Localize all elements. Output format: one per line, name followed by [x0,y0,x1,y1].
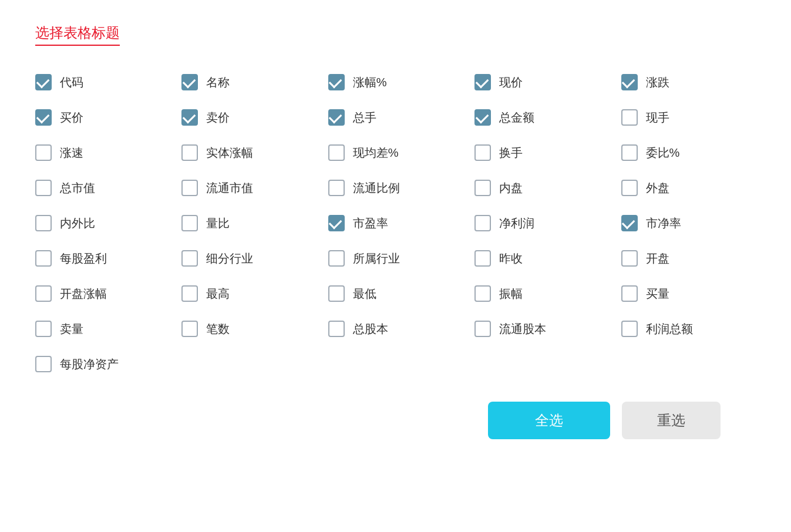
checkbox-box-zongshizhi[interactable] [35,180,52,196]
checkbox-label-mailiang: 买量 [646,286,669,302]
checkbox-label-maijia2: 卖价 [206,110,230,126]
checkbox-box-xianjuncha[interactable] [328,144,345,161]
checkbox-box-shijinglv[interactable] [621,215,638,231]
checkbox-label-meigujingzichan: 每股净资产 [60,356,119,372]
checkbox-item-zongshizhi[interactable]: 总市值 [35,180,170,196]
checkbox-item-bishу[interactable]: 笔数 [181,321,316,337]
checkbox-box-meigu[interactable] [35,250,52,267]
checkbox-box-daiма[interactable] [35,74,52,90]
checkbox-box-maijia2[interactable] [181,109,198,126]
checkbox-label-zuigao: 最高 [206,286,230,302]
checkbox-item-mailiang2[interactable]: 卖量 [35,321,170,337]
checkbox-item-huanshou[interactable]: 换手 [474,144,609,161]
checkbox-box-lirunzonge[interactable] [621,321,638,337]
checkbox-label-zonggubеn: 总股本 [353,321,388,337]
checkbox-item-zongshou[interactable]: 总手 [328,109,463,126]
checkbox-item-shitizhanfu[interactable]: 实体涨幅 [181,144,316,161]
checkbox-item-daiма[interactable]: 代码 [35,74,170,90]
checkbox-label-xianshou: 现手 [646,110,669,126]
checkbox-item-zongjine[interactable]: 总金额 [474,109,609,126]
checkbox-item-shijinglv[interactable]: 市净率 [621,215,756,231]
checkbox-box-kaipanzhanfu[interactable] [35,285,52,302]
checkbox-box-meigujingzichan[interactable] [35,356,52,372]
checkbox-box-mailiang2[interactable] [35,321,52,337]
checkbox-item-xifenhangye[interactable]: 细分行业 [181,250,316,267]
checkbox-item-meigu[interactable]: 每股盈利 [35,250,170,267]
checkbox-box-xianshou[interactable] [621,109,638,126]
checkbox-item-suoshuhangye[interactable]: 所属行业 [328,250,463,267]
checkbox-item-xianshou[interactable]: 现手 [621,109,756,126]
checkbox-box-huanshou[interactable] [474,144,491,161]
checkbox-box-waipan[interactable] [621,180,638,196]
checkbox-item-mailiang[interactable]: 买量 [621,285,756,302]
checkbox-item-zuigao[interactable]: 最高 [181,285,316,302]
checkbox-box-zhenfu[interactable] [474,285,491,302]
checkbox-label-huanshou: 换手 [499,145,523,161]
checkbox-box-jingliru n[interactable] [474,215,491,231]
checkbox-box-suoshuhangye[interactable] [328,250,345,267]
checkbox-box-liangbi[interactable] [181,215,198,231]
checkbox-box-zonggubеn[interactable] [328,321,345,337]
checkbox-item-zhenfu[interactable]: 振幅 [474,285,609,302]
checkbox-item-xianjia[interactable]: 现价 [474,74,609,90]
checkbox-box-zuoshou[interactable] [474,250,491,267]
checkbox-item-zuoshou[interactable]: 昨收 [474,250,609,267]
checkbox-box-zhangfu[interactable] [328,74,345,90]
checkbox-label-shitizhanfu: 实体涨幅 [206,145,253,161]
reset-button[interactable]: 重选 [622,402,721,439]
checkbox-item-liangbi[interactable]: 量比 [181,215,316,231]
checkbox-item-lirunzonge[interactable]: 利润总额 [621,321,756,337]
checkbox-item-maijia2[interactable]: 卖价 [181,109,316,126]
checkbox-box-bishу[interactable] [181,321,198,337]
checkbox-box-mailiang[interactable] [621,285,638,302]
checkbox-item-kaipanzhanfu[interactable]: 开盘涨幅 [35,285,170,302]
checkbox-label-zongjine: 总金额 [499,110,534,126]
checkbox-box-zhangsу[interactable] [35,144,52,161]
checkbox-box-xianjia[interactable] [474,74,491,90]
checkbox-box-zuidi[interactable] [328,285,345,302]
checkbox-item-mingcheng[interactable]: 名称 [181,74,316,90]
checkbox-box-shiyinglv[interactable] [328,215,345,231]
checkbox-item-zhangsу[interactable]: 涨速 [35,144,170,161]
checkbox-box-neiwaibi[interactable] [35,215,52,231]
checkbox-box-maijia[interactable] [35,109,52,126]
checkbox-box-zhangdie[interactable] [621,74,638,90]
checkbox-item-liutonglili[interactable]: 流通比例 [328,180,463,196]
checkbox-label-jingliru n: 净利润 [499,216,534,231]
checkbox-item-kaipan[interactable]: 开盘 [621,250,756,267]
checkbox-item-liutonggubеn[interactable]: 流通股本 [474,321,609,337]
checkbox-label-zhenfu: 振幅 [499,286,523,302]
checkbox-item-zhangdie[interactable]: 涨跌 [621,74,756,90]
checkbox-box-weibі[interactable] [621,144,638,161]
checkbox-box-shitizhanfu[interactable] [181,144,198,161]
select-all-button[interactable]: 全选 [488,402,610,439]
checkbox-box-mingcheng[interactable] [181,74,198,90]
checkbox-box-xifenhangye[interactable] [181,250,198,267]
checkbox-box-liutonglili[interactable] [328,180,345,196]
checkbox-box-liutongshizhi[interactable] [181,180,198,196]
checkbox-item-jingliru n[interactable]: 净利润 [474,215,609,231]
checkbox-item-zuidi[interactable]: 最低 [328,285,463,302]
checkbox-box-zongshou[interactable] [328,109,345,126]
checkbox-item-neipan[interactable]: 内盘 [474,180,609,196]
checkbox-box-kaipan[interactable] [621,250,638,267]
checkbox-label-liangbi: 量比 [206,216,230,231]
checkbox-item-xianjuncha[interactable]: 现均差% [328,144,463,161]
checkbox-item-shiyinglv[interactable]: 市盈率 [328,215,463,231]
checkbox-item-liutongshizhi[interactable]: 流通市值 [181,180,316,196]
checkbox-label-mingcheng: 名称 [206,75,230,90]
checkbox-item-zonggubеn[interactable]: 总股本 [328,321,463,337]
checkbox-box-neipan[interactable] [474,180,491,196]
checkbox-label-liutonglili: 流通比例 [353,180,400,196]
checkbox-item-weibі[interactable]: 委比% [621,144,756,161]
checkbox-item-neiwaibi[interactable]: 内外比 [35,215,170,231]
checkbox-box-liutonggubеn[interactable] [474,321,491,337]
checkbox-item-waipan[interactable]: 外盘 [621,180,756,196]
checkbox-item-zhangfu[interactable]: 涨幅% [328,74,463,90]
checkbox-grid: 代码名称涨幅%现价涨跌买价卖价总手总金额现手涨速实体涨幅现均差%换手委比%总市值… [35,74,756,372]
checkbox-box-zongjine[interactable] [474,109,491,126]
checkbox-item-maijia[interactable]: 买价 [35,109,170,126]
checkbox-item-meigujingzichan[interactable]: 每股净资产 [35,356,170,372]
checkbox-box-zuigao[interactable] [181,285,198,302]
checkbox-label-xifenhangye: 细分行业 [206,251,253,267]
